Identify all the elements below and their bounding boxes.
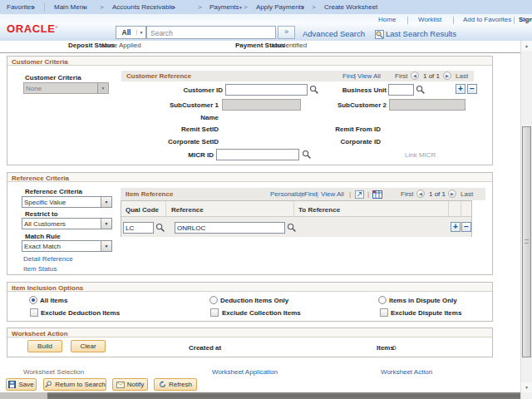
delete-row-button[interactable]: − [467,84,477,94]
deduction-items-only-label: Deduction Items Only [220,297,288,304]
divider [0,52,520,53]
previous-page-icon[interactable]: ◀ [411,71,419,80]
grid-find-link[interactable]: Find [304,190,318,198]
search-input[interactable]: Search [146,26,276,39]
horizontal-scrollbar[interactable] [0,392,520,399]
last-search-results-link[interactable]: Last Search Results [386,29,456,38]
customer-reference-header: Customer Reference [121,71,474,81]
add-row-button[interactable]: + [456,84,466,94]
reference-lookup-icon[interactable] [287,223,297,233]
name-label: Name [125,114,219,121]
match-rule-select[interactable]: Exact Match▼ [22,240,112,252]
subcustomer2-input [389,99,466,111]
corporate-setid-label: Corporate SetID [125,138,219,145]
micr-id-lookup-icon[interactable] [302,150,312,160]
all-items-radio[interactable] [29,296,37,304]
scroll-down-icon[interactable]: ▼ [521,382,532,392]
horizontal-scrollbar-thumb[interactable] [47,392,520,399]
items-in-dispute-only-radio[interactable] [378,296,387,304]
reference-criteria-select[interactable]: Specific Value▼ [22,196,112,208]
business-unit-input[interactable] [388,84,414,96]
sign-out-link[interactable]: Sign out [519,16,532,23]
worksheet-application-link[interactable]: Worksheet Application [212,368,278,376]
breadcrumb-accounts-receivable[interactable]: Accounts Receivable [112,3,175,11]
reference-input[interactable]: ONRLOC [175,222,285,234]
payment-status-value: Unidentified [272,42,307,49]
home-link[interactable]: Home [378,16,396,23]
chevron-down-icon: ▼ [172,5,176,10]
qual-code-lookup-icon[interactable] [155,223,165,233]
create-worksheet-page: Favorites ▼ Main Menu ▼ > Accounts Recei… [0,0,532,399]
restrict-to-select[interactable]: All Customers▼ [22,218,112,229]
breadcrumb-apply-payments[interactable]: Apply Payments [256,3,304,11]
refresh-icon [159,381,166,388]
qual-code-input[interactable]: LC [123,222,154,234]
reference-criteria-label: Reference Criteria [25,188,82,195]
breadcrumb-payments[interactable]: Payments [209,3,239,11]
grid-pagination-count: 1 of 1 [429,190,446,198]
subcustomer2-label: SubCustomer 2 [299,101,387,109]
exclude-dispute-items-checkbox[interactable] [380,308,388,317]
col-qual-code: Qual Code [126,206,159,214]
deposit-status-value: None Applied [101,42,141,49]
reference-criteria-title: Reference Criteria [12,175,69,182]
customer-reference-title: Customer Reference [126,72,191,80]
customer-id-input[interactable] [225,84,308,96]
chevron-down-icon: ▼ [97,83,108,93]
grid-next-page-icon[interactable]: ▶ [448,190,456,198]
worklist-link[interactable]: Worklist [418,16,441,23]
exclude-collection-items-checkbox[interactable] [210,308,219,317]
return-to-search-button[interactable]: Return to Search [43,378,106,391]
micr-id-input[interactable] [216,149,299,160]
chevron-down-icon: ▼ [101,219,111,229]
breadcrumb-divider [44,2,45,12]
breadcrumb-favorites[interactable]: Favorites [7,3,34,11]
item-status-link[interactable]: Item Status [23,265,57,273]
col-to-reference: To Reference [298,206,340,214]
notify-button[interactable]: Notify [112,378,148,391]
save-button[interactable]: Save [6,378,37,391]
items-value: 0 [392,344,396,352]
view-all-link[interactable]: View All [357,72,381,80]
col-reference: Reference [171,206,204,214]
business-unit-lookup-icon[interactable] [416,85,426,95]
worksheet-action-link[interactable]: Worksheet Action [381,368,432,376]
last-search-results-icon [375,30,384,39]
customer-criteria-title: Customer Criteria [12,58,68,66]
grid-pagination-last: Last [461,190,473,198]
zoom-grid-icon[interactable] [355,190,364,199]
chevron-down-icon: ▼ [101,197,111,207]
add-to-favorites-link[interactable]: Add to Favorites [463,16,511,23]
items-label: Items [377,344,394,352]
clear-button[interactable]: Clear [71,340,106,352]
chevron-down-icon: ▼ [136,30,145,35]
next-page-icon[interactable]: ▶ [443,71,451,80]
grid-delete-row-button[interactable]: − [461,222,471,232]
build-button[interactable]: Build [27,340,62,352]
subcustomer1-label: SubCustomer 1 [125,101,219,109]
grid-view-all-link[interactable]: View All [321,190,344,198]
item-reference-title: Item Reference [126,190,173,198]
chevron-down-icon: ▼ [301,5,305,10]
exclude-deduction-items-checkbox[interactable] [30,308,38,317]
exclude-collection-items-label: Exclude Collection Items [222,309,301,317]
grid-pagination-first: First [401,190,414,198]
scroll-up-icon[interactable]: ▲ [521,41,532,51]
vertical-scrollbar-thumb[interactable] [522,126,531,357]
deduction-items-only-radio[interactable] [209,296,218,304]
vertical-scrollbar[interactable]: ▲ ▼ [520,41,532,399]
breadcrumb-separator: > [198,3,202,11]
notify-icon [116,382,125,388]
grid-add-row-button[interactable]: + [451,222,461,232]
advanced-search-link[interactable]: Advanced Search [303,29,365,38]
refresh-button[interactable]: Refresh [154,378,197,391]
grid-previous-page-icon[interactable]: ◀ [416,190,425,198]
search-scope-select[interactable]: All ▼ [116,26,146,39]
remit-setid-label: Remit SetID [125,126,219,133]
download-grid-icon[interactable] [372,190,382,199]
search-go-button[interactable]: » [278,26,295,39]
customer-id-label: Customer ID [125,86,223,94]
breadcrumb-separator: > [100,3,104,11]
link-micr-link: Link MICR [405,151,436,159]
detail-reference-link[interactable]: Detail Reference [23,255,73,263]
